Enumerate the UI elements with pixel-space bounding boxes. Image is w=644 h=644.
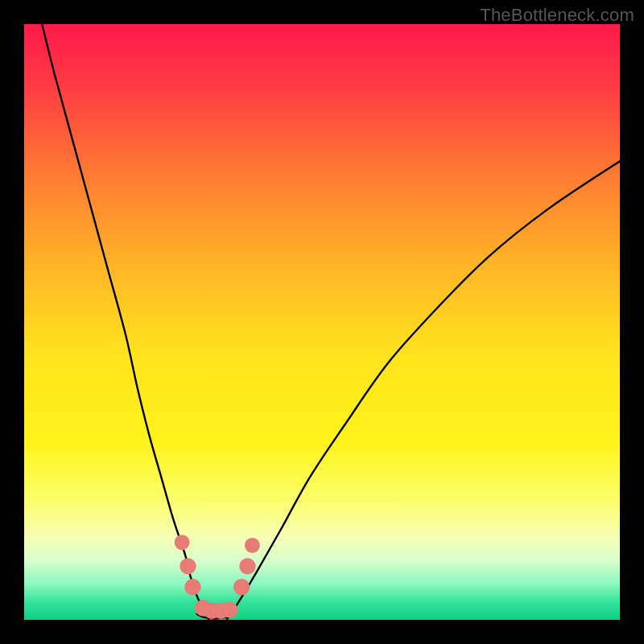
data-marker [175, 535, 190, 550]
watermark-text: TheBottleneck.com [480, 5, 634, 26]
curves-layer [24, 24, 620, 620]
plot-area [24, 24, 620, 620]
data-marker [180, 558, 196, 574]
series-right-curve [227, 161, 620, 620]
data-marker [239, 558, 255, 574]
data-marker [245, 538, 260, 553]
chart-frame: TheBottleneck.com [0, 0, 644, 644]
data-marker [221, 601, 237, 617]
data-marker [184, 579, 200, 595]
series-left-curve [42, 24, 208, 620]
data-marker [233, 579, 250, 595]
